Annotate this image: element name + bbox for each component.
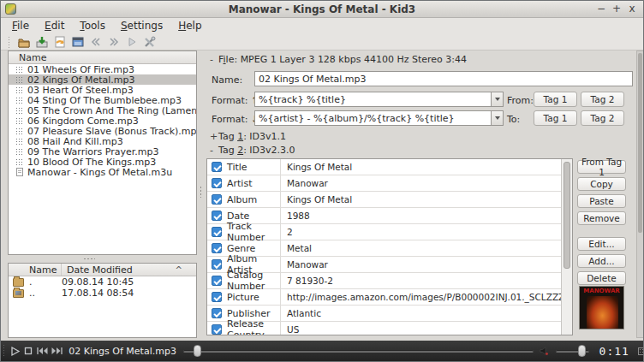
minimize-button[interactable]: − [595,3,607,15]
table-scrollbar[interactable] [561,159,572,335]
table-row[interactable]: Track Number2 [207,224,572,240]
table-scrollbar-thumb[interactable] [564,162,570,269]
table-row[interactable]: ArtistManowar [207,175,572,192]
collapse-icon[interactable]: - [210,54,218,65]
sort-indicator-icon[interactable]: ^ [176,264,182,276]
right-panel-scrollbar-thumb[interactable] [638,53,642,233]
menu-help[interactable]: Help [170,18,209,33]
checkbox-checked-icon[interactable] [212,276,222,286]
file-row-selected[interactable]: 02 Kings Of Metal.mp3 [9,74,196,85]
edit-button[interactable]: Edit... [577,237,626,251]
checkbox-checked-icon[interactable] [212,324,222,335]
checkbox-checked-icon[interactable] [212,308,222,318]
table-row[interactable]: Release CountryUS [207,322,572,335]
checkbox-checked-icon[interactable] [212,162,222,172]
menu-file[interactable]: File [4,18,37,33]
vertical-splitter[interactable] [198,50,204,338]
paste-button[interactable]: Paste [577,194,626,208]
right-panel-scrollbar[interactable] [636,50,644,338]
table-row[interactable]: Catalog Number7 81930-2 [207,273,572,289]
column-header-date-modified[interactable]: Date Modified [62,264,133,276]
format-to-dropdown-icon[interactable] [491,110,504,126]
format-to-combo[interactable] [254,110,492,126]
from-tag1-button[interactable]: Tag 1 [534,92,577,107]
file-row[interactable]: 10 Blood Of The Kings.mp3 [9,157,196,167]
volume-speaker-icon[interactable] [539,346,549,356]
player-play-icon[interactable] [9,344,21,358]
checkbox-checked-icon[interactable] [212,194,222,205]
player-stop-icon[interactable] [22,344,34,358]
playlist-file-icon [16,168,23,176]
player-toolbar: 02 Kings Of Metal.mp3 0:11 [1,341,644,361]
to-label: To: [507,114,520,125]
menu-edit[interactable]: Edit [37,18,72,33]
toolbar-grip[interactable] [8,36,10,48]
column-header-name[interactable]: Name [9,264,62,276]
expand-icon[interactable]: + [210,131,218,142]
player-previous-icon[interactable] [36,344,49,358]
previous-file-icon[interactable] [88,34,104,50]
save-icon[interactable] [34,34,50,50]
to-tag1-button[interactable]: Tag 1 [534,110,577,126]
seek-slider-track[interactable] [183,350,534,353]
seek-slider-handle[interactable] [194,345,201,357]
seek-slider[interactable] [183,345,534,357]
checkbox-checked-icon[interactable] [212,227,222,237]
player-corner-icon[interactable] [638,347,644,355]
to-tag2-button[interactable]: Tag 2 [581,110,624,126]
next-file-icon[interactable] [106,34,122,50]
checkbox-checked-icon[interactable] [212,243,222,253]
open-folder-icon[interactable] [16,34,32,50]
remove-button[interactable]: Remove [577,211,626,225]
file-row[interactable]: 05 The Crown And The Ring (Lament Of Th [9,105,196,116]
from-tag-1-button[interactable]: From Tag 1 [577,160,626,174]
file-row[interactable]: 08 Hail And Kill.mp3 [9,136,196,146]
revert-icon[interactable] [52,34,68,50]
tag-state-icon [15,107,24,115]
file-row[interactable]: 09 The Warriors Prayer.mp3 [9,146,196,157]
file-list-header[interactable]: Name [9,51,196,64]
play-icon[interactable] [124,34,140,50]
checkbox-checked-icon[interactable] [212,259,222,270]
player-toolbar-grip[interactable] [3,344,5,358]
maximize-button[interactable]: + [611,3,623,15]
delete-button[interactable]: Delete [577,271,626,285]
copy-button[interactable]: Copy [577,177,626,191]
table-row[interactable]: Picturehttp://images.amazon.com/images/P… [207,289,572,306]
file-row[interactable]: 01 Wheels Of Fire.mp3 [9,64,196,74]
volume-slider[interactable] [556,345,588,357]
collapse-icon[interactable]: - [210,145,218,156]
format-from-dropdown-icon[interactable] [491,92,504,107]
tag1-section-header[interactable]: +Tag 1: ID3v1.1 [210,131,286,142]
tag-state-icon [15,158,24,166]
title-bar[interactable]: Manowar - Kings Of Metal - Kid3 − + x [1,1,643,18]
close-button[interactable]: x [626,3,638,15]
checkbox-checked-icon[interactable] [212,178,222,188]
table-row[interactable]: AlbumKings Of Metal [207,192,572,208]
add-button[interactable]: Add... [577,254,626,268]
player-next-icon[interactable] [51,344,63,358]
directory-row[interactable]: .. 17.08.14 08:54 [9,288,196,299]
file-row[interactable]: 06 Kingdom Come.mp3 [9,116,196,126]
horizontal-splitter[interactable] [83,258,95,260]
file-row[interactable]: 03 Heart Of Steel.mp3 [9,85,196,95]
directory-header[interactable]: Name Date Modified ^ [9,264,196,276]
from-tag2-button[interactable]: Tag 2 [581,92,624,107]
filename-input[interactable] [254,71,633,86]
checkbox-checked-icon[interactable] [212,211,222,221]
playlist-icon[interactable] [70,34,86,50]
directory-row[interactable]: . 09.08.14 10:45 [9,276,196,288]
file-section-header[interactable]: -File: MPEG 1 Layer 3 128 kbps 44100 Hz … [210,54,467,65]
tag2-section-header[interactable]: -Tag 2: ID3v2.3.0 [210,145,295,156]
file-row[interactable]: 04 Sting Of The Bumblebee.mp3 [9,95,196,105]
file-row-playlist[interactable]: Manowar - Kings Of Metal.m3u [9,167,196,177]
volume-slider-handle[interactable] [578,345,586,357]
menu-tools[interactable]: Tools [72,18,113,33]
menu-settings[interactable]: Settings [113,18,170,33]
table-row[interactable]: TitleKings Of Metal [207,159,572,175]
format-from-combo[interactable] [254,92,492,107]
checkbox-checked-icon[interactable] [212,292,222,302]
splitter-grip-icon [200,186,202,198]
settings-icon[interactable] [142,34,158,50]
file-row[interactable]: 07 Pleasure Slave (Bonus Track).mp3 [9,126,196,136]
